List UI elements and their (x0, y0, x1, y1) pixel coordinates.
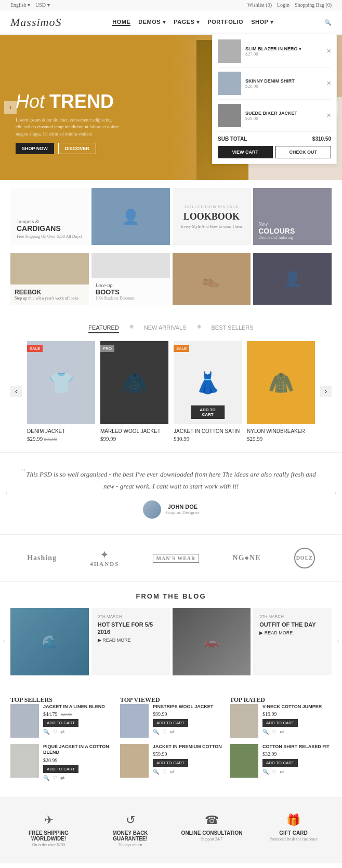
cardigans-overlay: Jumpers & CARDIGANS Free Shipping On Ove… (10, 188, 89, 245)
cardigans-title2: CARDIGANS (17, 224, 82, 233)
cart-item-2-remove[interactable]: ✕ (326, 80, 331, 87)
shopping-bag-link[interactable]: Shopping Bag (0) (295, 2, 332, 8)
compare-icon-tv1[interactable]: ⇄ (170, 729, 174, 735)
top-viewed-2-img (120, 744, 149, 778)
product-card-3: 👗 ADD TO CART 🔍 ♡ ⇄ SALE JACKET IN COTTO… (174, 341, 242, 442)
collection-card-model[interactable]: 👤 (91, 188, 170, 245)
collection-card-cardigans[interactable]: Jumpers & CARDIGANS Free Shipping On Ove… (10, 188, 89, 245)
compare-icon-tr1[interactable]: ⇄ (280, 729, 284, 735)
login-link[interactable]: Login (277, 2, 290, 8)
testimonial-next-arrow[interactable]: › (334, 489, 337, 497)
top-rated-2-img (230, 744, 258, 778)
nav-portfolio[interactable]: PORTFOLIO (207, 19, 243, 26)
hero-content: Hot TREND Lorem ipsum dolor sit amet, co… (16, 91, 120, 155)
search-icon-tr2[interactable]: 🔍 (262, 769, 269, 775)
checkout-button[interactable]: CHECK OUT (275, 146, 332, 158)
blog-post-4-read[interactable]: ▶ READ MORE (259, 630, 325, 635)
compare-icon-tv2[interactable]: ⇄ (170, 769, 174, 775)
row2-card-boots[interactable]: Lace-up BOOTS 10% Students Discount (91, 253, 170, 305)
row2-card-reebok[interactable]: REEBOK Step up mic wit a year's work of … (10, 253, 89, 305)
top-seller-1-add-btn[interactable]: ADD TO CART (43, 719, 78, 727)
cart-item-1-remove[interactable]: ✕ (326, 48, 331, 55)
currency-selector[interactable]: USD ▾ (35, 2, 50, 8)
search-icon-ts1[interactable]: 🔍 (43, 729, 49, 735)
tab-best-sellers[interactable]: BEST SELLERS (212, 323, 254, 333)
consultation-icon: ☎ (179, 813, 245, 827)
wishlist-link[interactable]: Wishlist (0) (247, 2, 272, 8)
hero-headline-italic: Hot (16, 91, 45, 112)
products-next-arrow[interactable]: › (320, 386, 332, 397)
language-selector[interactable]: English ▾ (10, 2, 30, 8)
product-1-image: 👕 SALE (27, 341, 95, 424)
search-icon[interactable]: 🔍 (324, 19, 332, 26)
blog-post-2[interactable]: 5TH MARCH HOT STYLE FOR 5/5 2016 ▶ READ … (91, 608, 170, 675)
testimonial-prev-arrow[interactable]: ‹ (5, 489, 8, 497)
products-prev-arrow[interactable]: ‹ (10, 386, 22, 397)
blog-post-1[interactable]: 🌊 (10, 608, 89, 675)
collection-card-colours[interactable]: New COLOURS Denim and Tailoring (253, 188, 332, 245)
search-icon-tr1[interactable]: 🔍 (262, 729, 269, 735)
hero-prev-arrow[interactable]: ‹ (4, 101, 17, 114)
brands-section: Hashing ✦ 4HANDS MAN'S WEAR NG●NE DOLZ (0, 535, 342, 582)
top-viewed-2-name: JACKET IN PREMIUM COTTON (153, 744, 222, 750)
wishlist-product-icon[interactable]: ♡ (203, 424, 214, 424)
nav-shop[interactable]: SHOP ▾ (251, 19, 273, 26)
blog-post-3[interactable]: 🚗 (173, 608, 251, 675)
wishlist-icon-tr2[interactable]: ♡ (272, 769, 277, 775)
compare-icon-ts2[interactable]: ⇄ (60, 775, 64, 781)
brand-dolz: DOLZ (294, 548, 315, 568)
discover-button[interactable]: DISCOVER (58, 143, 96, 154)
search-icon-tv2[interactable]: 🔍 (153, 769, 159, 775)
logo: MassimoS (10, 16, 61, 29)
nav-pages[interactable]: PAGES ▾ (174, 19, 200, 26)
tab-new-arrivals[interactable]: NEW ARRIVALS (144, 323, 187, 333)
wishlist-icon-ts2[interactable]: ♡ (52, 775, 57, 781)
collection-card-lookbook[interactable]: COLLECTION 5/5 2016 LOOKBOOK Every Style… (173, 188, 251, 245)
cart-item-1-info: SLIM BLAZER IN NERO ▾ $27.00 (245, 46, 322, 57)
cart-dropdown: SLIM BLAZER IN NERO ▾ $27.00 ✕ SKINNY DE… (212, 34, 337, 164)
top-viewed-2-add-btn[interactable]: ADD TO CART (153, 759, 188, 767)
top-rated-2-add-btn[interactable]: ADD TO CART (262, 759, 298, 767)
wishlist-icon-tv1[interactable]: ♡ (162, 729, 167, 735)
shipping-icon: ✈ (16, 813, 82, 827)
top-rated-1-add-btn[interactable]: ADD TO CART (262, 719, 298, 727)
wishlist-icon-ts1[interactable]: ♡ (52, 729, 57, 735)
wishlist-icon-tv2[interactable]: ♡ (162, 769, 167, 775)
shop-now-button[interactable]: SHOP NOW (16, 143, 54, 154)
cart-item-3-remove[interactable]: ✕ (326, 112, 331, 119)
top-viewed-2-price: $59.99 (153, 751, 222, 757)
compare-icon-tr2[interactable]: ⇄ (280, 769, 284, 775)
feature-consultation: ☎ ONLINE CONSULTATION Support 24/7 (174, 808, 250, 852)
blog-post-4[interactable]: 5TH MARCH OUTFIT OF THE DAY ▶ READ MORE (253, 608, 332, 675)
blog-next-arrow[interactable]: › (337, 638, 339, 646)
wishlist-icon-tr1[interactable]: ♡ (272, 729, 277, 735)
search-product-icon[interactable]: 🔍 (189, 424, 201, 424)
compare-icon-ts1[interactable]: ⇄ (60, 729, 64, 735)
author-title: Graphic Designer (166, 510, 200, 515)
tab-featured[interactable]: FEATURED (88, 323, 119, 333)
navbar: MassimoS HOME DEMOS ▾ PAGES ▾ PORTFOLIO … (0, 10, 342, 35)
row2-card-dark[interactable]: 👤 (253, 253, 332, 305)
subtotal-value: $310.50 (312, 136, 331, 142)
row2-card-boots-img[interactable]: 👞 (173, 253, 251, 305)
top-rated-title: TOP RATED (230, 696, 332, 704)
lookbook-content: COLLECTION 5/5 2016 LOOKBOOK Every Style… (173, 188, 251, 245)
product-3-price: $30.99 (174, 436, 242, 442)
cart-item-2-img (218, 72, 241, 95)
top-viewed-1-add-btn[interactable]: ADD TO CART (153, 719, 188, 727)
add-to-cart-button-3[interactable]: ADD TO CART (191, 405, 225, 419)
top-seller-2-add-btn[interactable]: ADD TO CART (43, 765, 78, 773)
product-3-image: 👗 ADD TO CART 🔍 ♡ ⇄ SALE (174, 341, 242, 424)
top-viewed-title: TOP VIEWED (120, 696, 222, 704)
hero-buttons: SHOP NOW DISCOVER (16, 143, 120, 154)
quote-mark: " (21, 466, 26, 480)
blog-prev-arrow[interactable]: ‹ (3, 638, 5, 646)
search-icon-tv1[interactable]: 🔍 (153, 729, 159, 735)
blog-post-2-title: HOT STYLE FOR 5/5 2016 (98, 621, 164, 636)
search-icon-ts2[interactable]: 🔍 (43, 775, 49, 781)
view-cart-button[interactable]: VIEW CART (218, 146, 273, 158)
nav-home[interactable]: HOME (112, 19, 130, 26)
nav-demos[interactable]: DEMOS ▾ (138, 19, 166, 26)
compare-product-icon[interactable]: ⇄ (216, 424, 227, 424)
blog-post-2-read[interactable]: ▶ READ MORE (98, 638, 164, 643)
